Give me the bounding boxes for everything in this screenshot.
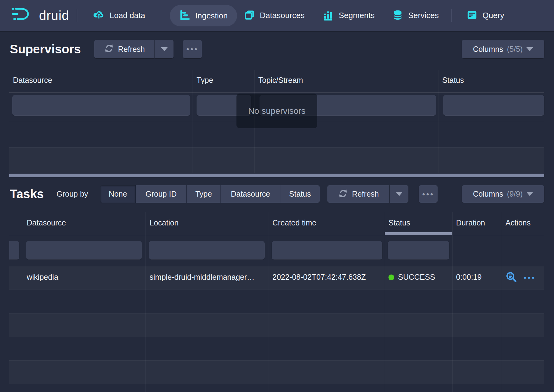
tasks-refresh-button[interactable]: Refresh <box>327 185 389 203</box>
segments-chart-icon <box>322 9 334 22</box>
group-by-status-button[interactable]: Status <box>280 185 320 203</box>
refresh-label: Refresh <box>118 45 145 54</box>
supervisors-refresh-button[interactable]: Refresh <box>94 40 154 58</box>
nav-item-segments[interactable]: Segments <box>322 0 375 31</box>
task-filter-location[interactable] <box>149 241 265 259</box>
row-divider <box>9 173 544 173</box>
sup-header-type[interactable]: Type <box>197 76 213 85</box>
group-by-none-button[interactable]: None <box>100 185 136 203</box>
task-cell-actions: ••• <box>505 271 536 285</box>
sup-filter-status[interactable] <box>443 95 544 116</box>
columns-label: Columns <box>473 190 503 198</box>
druid-logo-icon <box>11 6 34 25</box>
nav-item-services[interactable]: Services <box>392 0 439 31</box>
nav-item-label: Services <box>408 11 439 20</box>
columns-count: (5/5) <box>507 45 523 54</box>
chevron-down-icon <box>526 47 533 51</box>
more-icon: ••• <box>186 45 198 53</box>
horizontal-scrollbar[interactable] <box>9 174 544 177</box>
sup-header-topic-stream[interactable]: Topic/Stream <box>258 76 303 85</box>
task-cell-created-time: 2022-08-02T07:42:47.638Z <box>272 273 366 282</box>
tasks-columns-button[interactable]: Columns (9/9) <box>462 185 544 203</box>
row-divider <box>9 360 544 361</box>
nav-item-query[interactable]: Query <box>466 0 504 31</box>
row-divider <box>9 266 544 266</box>
task-header-location[interactable]: Location <box>150 218 179 227</box>
table-row <box>9 313 544 337</box>
task-cell-status: SUCCESS <box>388 273 435 282</box>
chevron-down-icon <box>161 47 168 51</box>
columns-label: Columns <box>473 45 503 54</box>
refresh-label: Refresh <box>352 190 379 198</box>
brand-name: druid <box>39 8 69 23</box>
header-underline <box>9 92 544 93</box>
supervisors-title: Supervisors <box>10 42 81 56</box>
status-success-dot <box>388 275 394 280</box>
tasks-refresh-dropdown-button[interactable] <box>390 185 408 203</box>
application-icon <box>466 9 478 22</box>
more-icon: ••• <box>422 190 434 198</box>
task-header-status[interactable]: Status <box>388 218 410 227</box>
task-filter-datasource[interactable] <box>26 241 142 259</box>
sort-indicator-status <box>385 232 452 235</box>
druid-console: druid Load data Ingestion <box>0 0 554 392</box>
columns-count: (9/9) <box>507 190 523 198</box>
task-header-datasource[interactable]: Datasource <box>27 218 66 227</box>
nav-item-label: Segments <box>339 11 375 20</box>
task-filter-hidden-column[interactable] <box>9 241 19 259</box>
status-text: SUCCESS <box>398 273 435 281</box>
chevron-down-icon <box>526 192 533 196</box>
task-header-created-time[interactable]: Created time <box>272 218 316 227</box>
brand-logo[interactable]: druid <box>11 0 69 31</box>
cloud-upload-icon <box>93 9 105 22</box>
nav-item-ingestion[interactable]: Ingestion <box>170 5 237 26</box>
row-divider <box>9 290 544 290</box>
chevron-down-icon <box>396 192 403 196</box>
stacked-layers-icon <box>244 9 255 22</box>
nav-item-label: Load data <box>110 11 145 20</box>
task-cell-datasource: wikipedia <box>27 273 58 282</box>
header-underline <box>9 235 544 235</box>
task-cell-location: simple-druid-middlemanager… <box>150 273 255 282</box>
empty-state-message: No supervisors <box>248 106 306 116</box>
group-by-segmented-control: None Group ID Type Datasource Status <box>100 185 320 203</box>
row-divider <box>9 337 544 337</box>
task-header-duration[interactable]: Duration <box>456 218 485 227</box>
nav-item-label: Datasources <box>260 11 305 20</box>
supervisors-columns-button[interactable]: Columns (5/5) <box>462 40 544 58</box>
sup-header-datasource[interactable]: Datasource <box>13 76 52 85</box>
refresh-icon <box>338 188 348 200</box>
task-filter-status[interactable] <box>388 241 449 259</box>
database-icon <box>392 9 404 22</box>
tasks-more-button[interactable]: ••• <box>419 185 438 203</box>
refresh-icon <box>104 43 114 55</box>
navbar-divider <box>77 9 77 22</box>
nav-item-datasources[interactable]: Datasources <box>244 0 305 31</box>
table-row <box>9 147 544 173</box>
task-header-actions[interactable]: Actions <box>505 218 531 227</box>
group-by-datasource-button[interactable]: Datasource <box>221 185 280 203</box>
task-cell-duration: 0:00:19 <box>456 273 482 282</box>
task-filter-created-time[interactable] <box>272 241 382 259</box>
nav-item-load-data[interactable]: Load data <box>93 0 145 31</box>
nav-item-label: Ingestion <box>195 11 228 21</box>
top-navbar: druid Load data Ingestion <box>0 0 554 31</box>
gantt-chart-icon <box>179 9 191 22</box>
supervisors-more-button[interactable]: ••• <box>183 40 202 58</box>
group-by-group-id-button[interactable]: Group ID <box>136 185 187 203</box>
table-row <box>9 360 544 384</box>
sup-filter-datasource[interactable] <box>12 95 190 116</box>
row-divider <box>9 384 544 384</box>
supervisors-refresh-dropdown-button[interactable] <box>155 40 174 58</box>
task-detail-magnifier-icon[interactable] <box>505 276 519 284</box>
row-divider <box>9 147 544 148</box>
nav-item-label: Query <box>482 11 504 20</box>
task-actions-more-icon[interactable]: ••• <box>524 273 536 282</box>
tasks-title: Tasks <box>10 187 44 201</box>
sup-header-status[interactable]: Status <box>442 76 464 85</box>
group-by-type-button[interactable]: Type <box>187 185 221 203</box>
navbar-divider <box>451 9 452 22</box>
row-divider <box>9 313 544 313</box>
empty-state-overlay: No supervisors <box>236 94 317 128</box>
group-by-label: Group by <box>57 190 88 198</box>
